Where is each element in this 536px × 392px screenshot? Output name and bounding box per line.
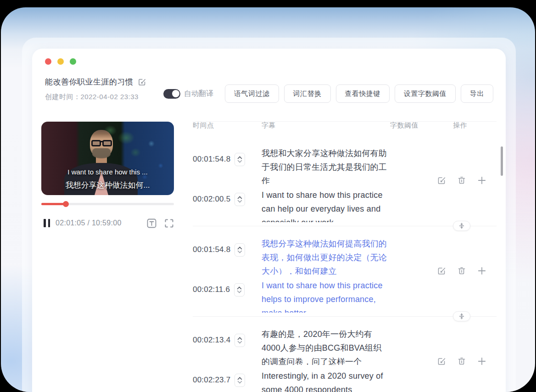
created-time-label: 创建时间：2022-04-02 23:33 [45, 93, 139, 101]
header: 能改善你职业生涯的习惯 [45, 77, 146, 87]
subtitle-text[interactable]: 我想分享这种做法如何提高我们的表现，如何做出更好的决定（无论大小），和如何建立 [262, 237, 388, 274]
close-window-button[interactable] [45, 58, 51, 65]
auto-translate-label: 自动翻译 [184, 89, 213, 99]
timestamp: 00:02:11.6 [193, 285, 230, 294]
time-cell: 00:02:11.6 [193, 279, 262, 314]
merge-rows-button[interactable] [453, 221, 470, 231]
export-button[interactable]: 导出 [461, 84, 493, 103]
table-row[interactable]: 00:02:00.5 I want to share how this prac… [193, 188, 498, 224]
col-header-subtitle: 字幕 [262, 121, 276, 130]
row-actions [437, 266, 486, 275]
delete-icon[interactable] [457, 176, 466, 185]
row-actions [437, 176, 486, 185]
row-actions [437, 357, 486, 366]
player-controls: 02:01:05 / 10:59:00 [41, 217, 174, 230]
time-cell: 00:01:54.8 [193, 237, 262, 279]
subtitle-text[interactable]: I want to share how this practice helps … [262, 279, 388, 313]
edit-icon[interactable] [437, 266, 446, 275]
group-divider [193, 226, 497, 226]
table-row[interactable]: 00:02:11.6 I want to share how this prac… [193, 279, 498, 314]
group-divider [193, 316, 497, 317]
add-icon[interactable] [477, 357, 486, 366]
time-stepper[interactable] [234, 283, 245, 297]
filler-filter-button[interactable]: 语气词过滤 [225, 84, 279, 103]
subtitle-table: 时间点 字幕 字数阈值 操作 00:01:54.8 我想和大家分享这种做法如何有… [193, 118, 498, 392]
time-stepper[interactable] [234, 374, 245, 387]
time-cell: 00:02:13.4 [193, 327, 262, 369]
minimize-window-button[interactable] [57, 58, 64, 65]
subtitle-text[interactable]: 有趣的是，2020年一份大约有4000人参与的由BCG和BVA组织的调查问卷，问… [262, 327, 388, 365]
page-title: 能改善你职业生涯的习惯 [45, 77, 134, 87]
progress-fill [41, 203, 66, 205]
pause-button[interactable] [44, 219, 50, 227]
auto-translate-toggle-group: 自动翻译 [163, 89, 213, 99]
progress-handle[interactable] [63, 201, 69, 207]
delete-icon[interactable] [457, 357, 466, 366]
subtitle-group: 00:01:54.8 我想分享这种做法如何提高我们的表现，如何做出更好的决定（无… [193, 233, 498, 324]
time-stepper[interactable] [234, 193, 245, 206]
edit-title-icon[interactable] [138, 78, 146, 86]
time-stepper[interactable] [234, 153, 245, 166]
video-progress-bar[interactable] [41, 203, 174, 205]
subtitle-groups: 00:01:54.8 我想和大家分享这种做法如何有助于我们的日常生活尤其是我们的… [193, 143, 498, 392]
word-replace-button[interactable]: 词汇替换 [284, 84, 331, 103]
timestamp: 00:02:13.4 [193, 336, 230, 345]
add-icon[interactable] [477, 266, 486, 275]
subtitle-text[interactable]: Interestingly, in a 2020 survey of some … [262, 369, 388, 392]
subtitle-text-icon[interactable] [146, 218, 157, 229]
fullscreen-icon[interactable] [164, 218, 174, 228]
set-threshold-button[interactable]: 设置字数阈值 [395, 84, 456, 103]
video-preview[interactable]: I want to share how this ... 我想分享这种做法如何.… [41, 122, 174, 195]
table-header: 时间点 字幕 字数阈值 操作 [193, 118, 498, 136]
col-header-actions: 操作 [453, 121, 467, 130]
col-header-time: 时间点 [193, 121, 214, 130]
speaker-beard [92, 148, 111, 158]
video-subtitle-english: I want to share how this ... [41, 168, 174, 176]
add-icon[interactable] [477, 176, 486, 185]
timestamp: 00:02:00.5 [193, 195, 230, 204]
subtitle-group: 00:02:13.4 有趣的是，2020年一份大约有4000人参与的由BCG和B… [193, 324, 498, 392]
edit-icon[interactable] [437, 176, 446, 185]
col-header-threshold: 字数阈值 [390, 121, 419, 130]
toggle-knob [172, 90, 179, 97]
subtitle-text[interactable]: 我想和大家分享这种做法如何有助于我们的日常生活尤其是我们的工作 [262, 146, 388, 184]
table-row[interactable]: 00:02:23.7 Interestingly, in a 2020 surv… [193, 369, 498, 392]
auto-translate-toggle[interactable] [163, 89, 180, 99]
maximize-window-button[interactable] [70, 58, 76, 65]
time-cell: 00:02:00.5 [193, 188, 262, 224]
timestamp: 00:01:54.8 [193, 155, 230, 164]
timestamp: 00:01:54.8 [193, 245, 230, 254]
playback-time: 02:01:05 / 10:59:00 [56, 219, 146, 227]
screen-background: 能改善你职业生涯的习惯 创建时间：2022-04-02 23:33 自动翻译 语… [1, 7, 535, 392]
timestamp: 00:02:23.7 [193, 375, 230, 385]
header-divider [193, 121, 497, 122]
subtitle-group: 00:01:54.8 我想和大家分享这种做法如何有助于我们的日常生活尤其是我们的… [193, 143, 498, 233]
subtitle-text[interactable]: I want to share how this practice can he… [262, 188, 388, 222]
app-window: 能改善你职业生涯的习惯 创建时间：2022-04-02 23:33 自动翻译 语… [32, 49, 506, 392]
speaker-glasses [89, 140, 114, 147]
window-controls [45, 58, 76, 65]
delete-icon[interactable] [457, 266, 466, 275]
time-cell: 00:02:23.7 [193, 369, 262, 392]
video-subtitle-chinese: 我想分享这种做法如何... [41, 180, 174, 190]
time-cell: 00:01:54.8 [193, 146, 262, 188]
time-stepper[interactable] [234, 334, 245, 347]
toolbar: 自动翻译 语气词过滤 词汇替换 查看快捷键 设置字数阈值 导出 [163, 84, 493, 103]
edit-icon[interactable] [437, 357, 446, 366]
view-shortcuts-button[interactable]: 查看快捷键 [336, 84, 390, 103]
merge-rows-button[interactable] [453, 311, 470, 321]
time-stepper[interactable] [234, 243, 245, 257]
table-scrollbar-thumb[interactable] [501, 146, 503, 176]
